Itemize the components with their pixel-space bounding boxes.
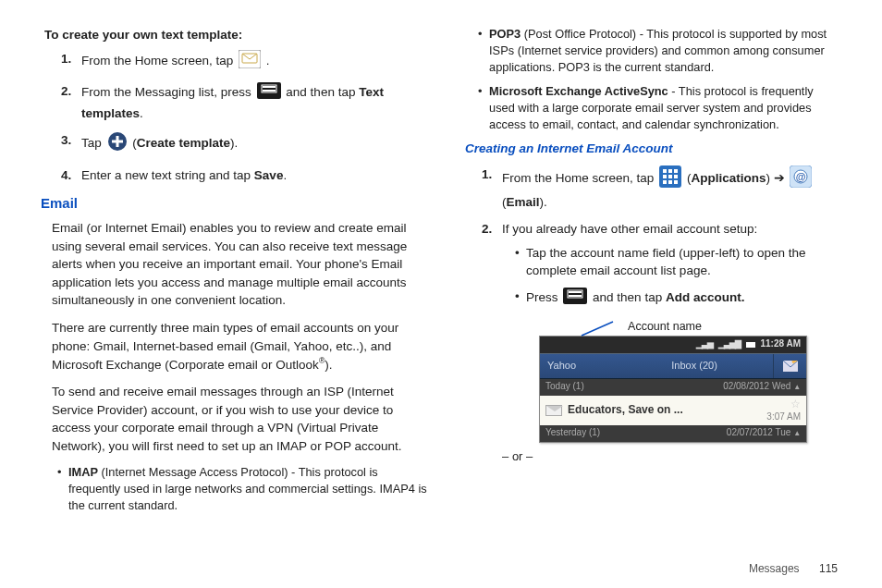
- step-4: 4. Enter a new text string and tap Save.: [61, 166, 428, 185]
- svg-rect-11: [668, 169, 672, 173]
- step-1: 1. From the Home screen, tap .: [61, 50, 428, 74]
- email-para-2: There are currently three main types of …: [44, 319, 428, 374]
- email-para-1: Email (or Internet Email) enables you to…: [44, 219, 428, 310]
- step-3-text-d: ).: [230, 137, 238, 151]
- svg-rect-13: [663, 175, 667, 178]
- messaging-icon: [239, 50, 261, 74]
- instruction-title: To create your own text template:: [44, 26, 428, 44]
- step-2-text-a: From the Messaging list, press: [81, 85, 255, 99]
- signal-icon-2: ▁▃▅▇: [718, 338, 741, 350]
- svg-rect-4: [263, 90, 276, 92]
- email-subject: Educators, Save on ...: [568, 402, 761, 418]
- star-icon[interactable]: ☆: [790, 398, 801, 410]
- step-2-text-b: and then tap: [286, 85, 359, 99]
- rstep-1-d: ) ➔: [766, 171, 788, 185]
- svg-rect-16: [663, 180, 667, 184]
- footer-section: Messages: [749, 562, 800, 575]
- create-add-icon: [107, 131, 128, 157]
- email-time: 3:07 AM: [766, 411, 801, 422]
- pop3-bullet: POP3 (Post Office Protocol) - This proto…: [478, 26, 838, 76]
- svg-rect-10: [663, 169, 667, 173]
- step-3-text-a: Tap: [81, 137, 105, 151]
- menu-key-icon: [257, 82, 281, 104]
- svg-rect-18: [674, 180, 678, 184]
- rstep-2: 2. If you already have other email accou…: [482, 220, 838, 309]
- email-app-screenshot: ▁▃▅ ▁▃▅▇ 11:28 AM Yahoo Inbox (20) Today…: [539, 336, 807, 443]
- page-footer: Messages 115: [749, 562, 838, 575]
- annotation-text: Account name: [628, 318, 702, 335]
- meas-bullet: Microsoft Exchange ActiveSync - This pro…: [478, 83, 838, 133]
- svg-line-26: [582, 322, 613, 336]
- svg-rect-3: [263, 86, 276, 88]
- rstep-1: 1. From the Home screen, tap (Applicatio…: [482, 165, 838, 211]
- svg-text:@: @: [796, 171, 806, 182]
- steps-list: 1. From the Home screen, tap . 2. From t…: [44, 50, 428, 185]
- svg-rect-12: [674, 169, 678, 173]
- step-3-bold: Create template: [137, 137, 230, 151]
- rstep-1-g: ).: [540, 195, 547, 209]
- date-group-yesterday[interactable]: Yesterday (1) 02/07/2012 Tue ▲: [540, 425, 806, 442]
- svg-rect-15: [674, 175, 678, 178]
- menu-key-icon: [563, 288, 587, 310]
- creating-account-heading: Creating an Internet Email Account: [465, 140, 838, 158]
- step-2: 2. From the Messaging list, press and th…: [61, 82, 428, 122]
- step-1-text-b: .: [266, 54, 270, 67]
- email-app-icon: @: [790, 165, 812, 193]
- account-name-field[interactable]: Yahoo: [540, 359, 616, 374]
- rstep-2-text: If you already have other email account …: [502, 222, 757, 236]
- sub-bullet-1: Tap the account name field (upper-left) …: [515, 244, 838, 280]
- step-4-bold: Save: [254, 168, 284, 182]
- svg-rect-24: [569, 295, 582, 297]
- rstep-1-a: From the Home screen, tap: [502, 171, 657, 185]
- rstep-1-f: Email: [507, 195, 540, 209]
- date-group-today[interactable]: Today (1) 02/08/2012 Wed ▲: [540, 379, 806, 396]
- imap-bullet: IMAP (Internet Message Access Protocol) …: [57, 464, 428, 514]
- step-4-text-c: .: [283, 168, 287, 182]
- battery-icon: [746, 342, 755, 348]
- compose-icon[interactable]: [773, 354, 806, 378]
- email-row[interactable]: Educators, Save on ... ☆ 3:07 AM: [540, 396, 806, 425]
- envelope-icon: [545, 405, 562, 416]
- svg-rect-23: [569, 291, 582, 293]
- svg-rect-14: [668, 175, 672, 178]
- svg-rect-17: [668, 180, 672, 184]
- status-bar: ▁▃▅ ▁▃▅▇ 11:28 AM: [540, 337, 806, 353]
- step-1-text-a: From the Home screen, tap: [81, 54, 237, 67]
- footer-page-number: 115: [819, 562, 838, 575]
- step-2-text-d: .: [140, 106, 143, 120]
- or-note: – or –: [465, 448, 838, 466]
- apps-grid-icon: [659, 165, 681, 193]
- status-time: 11:28 AM: [761, 337, 802, 351]
- signal-icon: ▁▃▅: [696, 338, 713, 350]
- annotation-label: Account name: [465, 318, 838, 333]
- step-4-text-a: Enter a new text string and tap: [81, 168, 254, 182]
- email-heading: Email: [41, 193, 428, 214]
- svg-rect-8: [112, 141, 123, 143]
- account-bar: Yahoo Inbox (20): [540, 353, 806, 379]
- rstep-1-c: Applications: [691, 171, 766, 185]
- inbox-label[interactable]: Inbox (20): [616, 359, 773, 374]
- step-3: 3. Tap (Create template).: [61, 131, 428, 157]
- email-para-3: To send and receive email messages throu…: [44, 383, 428, 455]
- sub-bullet-2: Press and then tap Add account.: [515, 288, 838, 310]
- steps-list-right: 1. From the Home screen, tap (Applicatio…: [465, 165, 838, 309]
